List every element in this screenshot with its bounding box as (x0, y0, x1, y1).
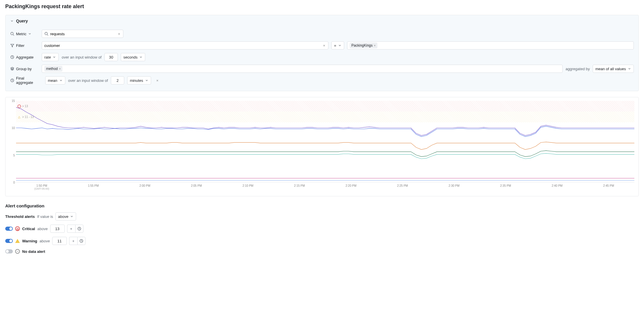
metric-input-field[interactable] (50, 32, 116, 36)
svg-marker-6 (11, 67, 14, 69)
final-aggregate-row: Final aggregate mean over an input windo… (10, 75, 634, 86)
alert-config-title: Alert configuration (5, 203, 639, 208)
svg-point-2 (45, 32, 48, 35)
nodata-toggle[interactable] (5, 249, 13, 253)
svg-point-0 (11, 32, 13, 35)
chevron-down-icon (52, 55, 56, 59)
filter-field[interactable] (44, 43, 321, 48)
query-panel-header[interactable]: Query (6, 15, 638, 27)
metric-label: Metric (16, 32, 26, 36)
final-aggregate-label: Final aggregate (16, 76, 42, 85)
warning-label: Warning (22, 239, 37, 243)
groupby-row: Group by method × aggregated by mean of … (10, 64, 634, 74)
clock-icon (10, 78, 14, 82)
clear-icon[interactable]: × (323, 43, 326, 48)
aggregate-window-unit-select[interactable]: seconds (121, 53, 145, 61)
chevron-down-icon (10, 19, 14, 23)
clock-icon (79, 239, 83, 243)
aggregate-fn: rate (44, 55, 51, 59)
query-panel-title: Query (16, 19, 28, 23)
add-condition-button[interactable]: + (67, 225, 75, 233)
groupby-tag-text: method (46, 67, 58, 71)
final-aggregate-fn: mean (48, 78, 57, 83)
aggregated-by-select[interactable]: mean of all values (593, 65, 634, 73)
for-duration-button[interactable] (77, 237, 85, 245)
filter-value-tag-text: PackingKings (351, 43, 373, 47)
nodata-icon: – (15, 249, 20, 254)
chevron-down-icon (628, 67, 631, 70)
filter-icon (10, 43, 14, 47)
warning-toggle[interactable] (5, 239, 13, 243)
add-condition-button[interactable]: + (69, 237, 77, 245)
aggregate-window-unit: seconds (123, 55, 137, 59)
remove-final-aggregate-icon[interactable]: × (156, 78, 159, 83)
filter-value-tag[interactable]: PackingKings × (350, 43, 377, 48)
layers-icon (10, 67, 14, 71)
nodata-label: No data alert (22, 249, 45, 254)
metric-row: Metric × (10, 29, 634, 39)
filter-label: Filter (16, 43, 24, 48)
warning-cond: above (40, 239, 50, 243)
filter-value-input[interactable]: PackingKings × (347, 41, 634, 50)
filter-field-input[interactable]: × (42, 41, 328, 50)
svg-line-1 (13, 35, 14, 36)
metric-input[interactable]: × (42, 30, 123, 38)
critical-toggle[interactable] (5, 227, 13, 231)
aggregate-label: Aggregate (16, 55, 34, 59)
search-icon (10, 32, 14, 36)
chart-y-axis: 051015 (10, 101, 16, 182)
aggregate-fn-select[interactable]: rate (42, 53, 59, 61)
final-aggregate-window-value[interactable]: 2 (111, 76, 124, 84)
chart-plot: > 13 △ > 11 - 13 (16, 101, 634, 182)
svg-line-3 (47, 35, 48, 36)
final-aggregate-fn-select[interactable]: mean (45, 76, 65, 84)
groupby-tag[interactable]: method × (44, 66, 62, 72)
aggregate-window-value[interactable]: 30 (104, 53, 118, 61)
chevron-down-icon (59, 79, 63, 82)
for-duration-button[interactable] (75, 225, 83, 233)
groupby-label: Group by (16, 67, 32, 71)
warning-alert-row: Warning above 11 + (5, 237, 639, 245)
aggregated-by-text: aggregated by (566, 67, 590, 71)
aggregate-window-text: over an input window of (62, 55, 102, 59)
filter-row: Filter × = PackingKings × (10, 40, 634, 51)
clock-icon (77, 227, 81, 231)
critical-value-input[interactable]: 13 (50, 225, 65, 233)
remove-tag-icon[interactable]: × (374, 44, 376, 47)
chart-x-axis: 1:50 PM(GMT-05:00)1:55 PM2:00 PM2:05 PM2… (16, 184, 634, 190)
query-panel: Query Metric × Filter (5, 15, 639, 91)
chevron-down-icon (338, 44, 342, 47)
search-icon (44, 32, 48, 36)
critical-label: Critical (22, 227, 35, 231)
remove-tag-icon[interactable]: × (59, 67, 61, 70)
chevron-down-icon (145, 79, 148, 82)
chevron-down-icon (70, 215, 74, 218)
final-aggregate-window-unit: minutes (130, 78, 143, 83)
critical-alert-row: ◎ Critical above 13 + (5, 225, 639, 233)
filter-operator: = (334, 43, 336, 48)
critical-icon: ◎ (15, 226, 20, 231)
nodata-alert-row: – No data alert (5, 249, 639, 254)
svg-marker-4 (11, 44, 14, 47)
chart-lines (16, 101, 634, 182)
final-aggregate-window-text: over an input window of (68, 78, 108, 83)
clear-icon[interactable]: × (117, 32, 121, 36)
threshold-alerts-label: Threshold alerts (5, 214, 35, 219)
aggregated-by-value: mean of all values (595, 67, 626, 71)
direction-value: above (58, 214, 68, 219)
groupby-input[interactable]: method × (42, 65, 563, 73)
page-title: PackingKings request rate alert (5, 3, 639, 10)
threshold-alerts-row: Threshold alerts If value is above (5, 212, 639, 221)
filter-operator-select[interactable]: = (331, 41, 344, 50)
chevron-down-icon (139, 55, 143, 59)
critical-cond: above (37, 227, 48, 231)
chevron-down-icon[interactable] (28, 32, 32, 36)
warning-value-input[interactable]: 11 (52, 237, 67, 245)
final-aggregate-window-unit-select[interactable]: minutes (127, 76, 151, 84)
if-value-is-text: If value is (37, 214, 53, 219)
aggregate-row: Aggregate rate over an input window of 3… (10, 52, 634, 62)
clock-icon (10, 55, 14, 59)
direction-select[interactable]: above (55, 212, 76, 221)
warning-icon (15, 239, 20, 243)
alert-configuration-section: Alert configuration Threshold alerts If … (5, 203, 639, 254)
